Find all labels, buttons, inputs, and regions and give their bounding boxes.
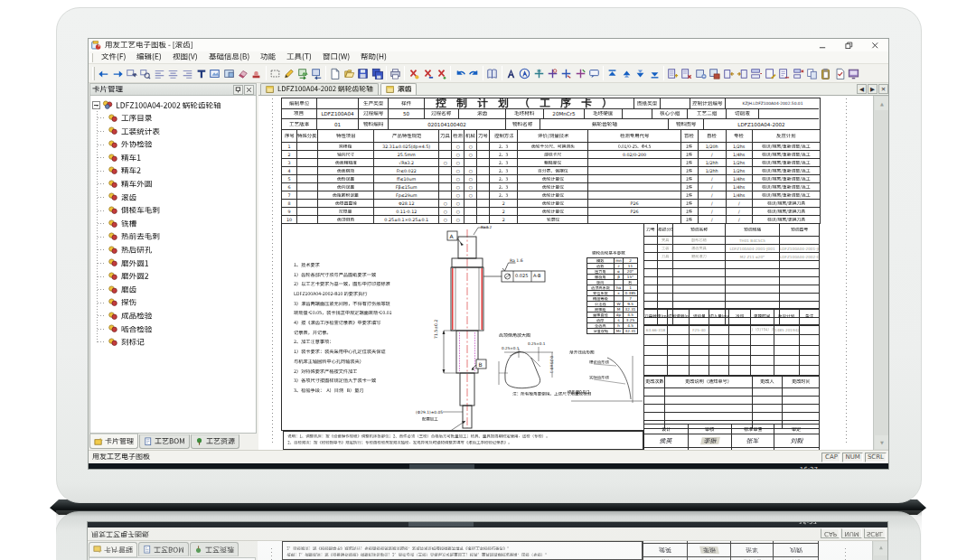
- menu-4[interactable]: 基础信息(B): [203, 51, 255, 64]
- table-row: [644, 261, 820, 269]
- menu-7[interactable]: 窗口(W): [317, 51, 355, 64]
- menu-3[interactable]: 视图(V): [167, 51, 203, 64]
- tree-item-12[interactable]: 磨外圆1: [90, 257, 256, 270]
- textbox-icon[interactable]: [208, 66, 221, 81]
- insert-row-above-icon[interactable]: [666, 66, 680, 81]
- insert-cell-left-icon[interactable]: [721, 66, 735, 81]
- doc-tab-1[interactable]: LDFZ100A04-2002 蜗轮齿轮轴: [260, 83, 379, 95]
- row-down-icon[interactable]: [633, 66, 647, 81]
- doc-tab-2[interactable]: 滚齿: [380, 83, 418, 95]
- insert-card-icon[interactable]: [694, 66, 708, 81]
- tree-item-5[interactable]: 精车2: [90, 164, 256, 178]
- tree-item-4[interactable]: 精车1: [90, 151, 256, 164]
- tree-item-10[interactable]: 热前去毛刺: [90, 230, 256, 244]
- close-button[interactable]: [870, 41, 879, 50]
- insert-cell-right-icon[interactable]: [736, 66, 749, 81]
- tree-item-15[interactable]: 探伤: [90, 296, 256, 310]
- image-export-icon[interactable]: [310, 66, 324, 81]
- table-row: [644, 277, 820, 285]
- align-left-icon[interactable]: [153, 66, 166, 81]
- new-doc-icon[interactable]: [328, 66, 342, 81]
- back-icon[interactable]: [97, 66, 110, 81]
- tree-item-3[interactable]: 外协检验: [90, 138, 256, 152]
- edit-row-icon[interactable]: [764, 66, 777, 81]
- tree-item-16[interactable]: 成品检验: [90, 310, 256, 323]
- align-center-icon[interactable]: [166, 66, 180, 81]
- tree-item-18[interactable]: 刻标记: [90, 336, 256, 350]
- image-import-icon[interactable]: [296, 66, 309, 81]
- image-frame-icon[interactable]: [222, 66, 236, 81]
- redo-icon[interactable]: [467, 66, 481, 81]
- fill-note-icon[interactable]: [833, 66, 847, 81]
- save-icon[interactable]: [356, 66, 370, 81]
- menu-8[interactable]: 帮助(H): [355, 51, 392, 64]
- tree-item-14[interactable]: 磨齿: [90, 283, 256, 296]
- card-pic-icon[interactable]: [708, 66, 721, 81]
- cell: [729, 325, 751, 335]
- print-preview-icon[interactable]: [389, 66, 402, 81]
- menu-5[interactable]: 功能: [255, 51, 281, 64]
- check-in-icon[interactable]: [407, 66, 420, 81]
- card-browse-icon[interactable]: [485, 66, 499, 81]
- tree-item-1[interactable]: 工序目录: [90, 112, 256, 126]
- minimize-button[interactable]: [818, 41, 827, 50]
- pencil-icon[interactable]: [282, 66, 296, 81]
- tree-item-7[interactable]: 滚齿: [90, 191, 256, 204]
- cut-row-icon[interactable]: [791, 66, 804, 81]
- menu-2[interactable]: 编辑(E): [131, 51, 167, 64]
- row-up-icon[interactable]: [620, 66, 633, 81]
- font-icon[interactable]: [504, 66, 518, 81]
- sidebar-tab-2[interactable]: 工艺BOM: [139, 434, 190, 449]
- copy-row-icon[interactable]: [805, 66, 819, 81]
- tree-item-9[interactable]: 铣槽: [90, 217, 256, 230]
- select-icon[interactable]: [125, 66, 138, 81]
- tree-item-8[interactable]: 倒棱车毛刺: [90, 204, 256, 218]
- tree-item-13[interactable]: 磨外圆2: [90, 270, 256, 284]
- scroll-down-icon[interactable]: ▼: [875, 435, 889, 449]
- card-view-icon[interactable]: [847, 66, 860, 81]
- stamp-icon[interactable]: [249, 66, 263, 81]
- forward-icon[interactable]: [110, 66, 124, 81]
- cell: [297, 151, 318, 159]
- edit-cell-icon[interactable]: [777, 66, 791, 81]
- pin-icon[interactable]: [233, 85, 243, 95]
- menu-6[interactable]: 工具(T): [281, 51, 317, 64]
- zoom-select-icon[interactable]: [138, 66, 152, 81]
- eraser-icon[interactable]: [236, 66, 249, 81]
- tab-scroll-left-icon[interactable]: ◀: [857, 84, 867, 94]
- scroll-up-icon[interactable]: ▲: [875, 97, 889, 110]
- sidebar-tab-1[interactable]: 卡片管理: [89, 434, 138, 449]
- append-row-icon[interactable]: [749, 66, 763, 81]
- undo-icon[interactable]: [453, 66, 466, 81]
- symbol-updown-icon[interactable]: [531, 66, 545, 81]
- taskbar-app-button[interactable]: [409, 464, 474, 470]
- tree-item-6[interactable]: 精车外圆: [90, 178, 256, 191]
- symbol-fit-icon[interactable]: [546, 66, 559, 81]
- sidebar-tab-3[interactable]: 工艺资源: [191, 434, 239, 449]
- check-out-icon[interactable]: [421, 66, 435, 81]
- save-all-icon[interactable]: [370, 66, 383, 81]
- tree-item-17[interactable]: 啮合检验: [90, 322, 256, 336]
- tree-item-2[interactable]: 工装统计表: [90, 125, 256, 138]
- row-bottom-icon[interactable]: [647, 66, 661, 81]
- special-char-icon[interactable]: [518, 66, 531, 81]
- symbol-rough-icon[interactable]: [574, 66, 587, 81]
- marquee-icon[interactable]: [268, 66, 282, 81]
- restore-button[interactable]: [844, 41, 853, 50]
- symbol-weld-icon[interactable]: [559, 66, 573, 81]
- tree-root[interactable]: LDFZ100A04-2002 蜗轮齿轮轴: [90, 98, 256, 112]
- delete-row-icon[interactable]: [680, 66, 693, 81]
- panel-close-icon[interactable]: [244, 85, 254, 95]
- tab-close-icon[interactable]: ✕: [878, 84, 888, 94]
- text-icon[interactable]: [194, 66, 208, 81]
- tab-scroll-right-icon[interactable]: ▶: [868, 84, 877, 94]
- open-icon[interactable]: [343, 66, 356, 81]
- vertical-scrollbar[interactable]: ▲ ▼: [873, 96, 889, 450]
- callout-icon[interactable]: [587, 66, 601, 81]
- release-icon[interactable]: [435, 66, 448, 81]
- align-right-icon[interactable]: [180, 66, 193, 81]
- menu-1[interactable]: 文件(F): [96, 51, 131, 64]
- row-top-icon[interactable]: [605, 66, 619, 81]
- tree-item-11[interactable]: 热后研孔: [90, 244, 256, 257]
- paste-icon[interactable]: [819, 66, 832, 81]
